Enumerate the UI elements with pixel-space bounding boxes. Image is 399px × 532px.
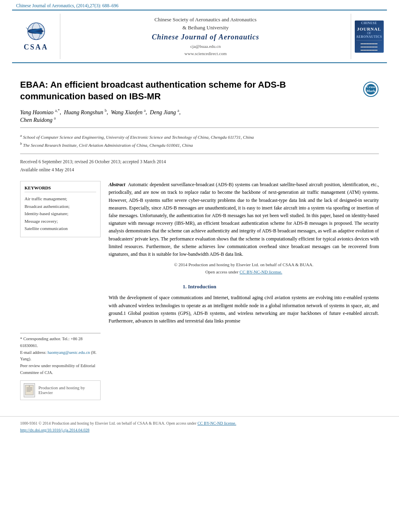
author-huang-sup: b xyxy=(105,108,107,113)
journal-title-header: Chinese Journal of Aeronautics xyxy=(152,33,259,41)
author-chen-sup: a xyxy=(54,116,56,120)
affiliations-list: a School of Computer Science and Enginee… xyxy=(20,133,379,149)
keywords-abstract-section: KEYWORDS Air traffic management; Broadca… xyxy=(20,181,379,275)
author-email-link[interactable]: haomyang@uestc.edu.cn xyxy=(47,350,90,355)
bottom-bar: 1000-9361 © 2014 Production and hosting … xyxy=(0,416,399,437)
author-wang: Wang Xiaofen xyxy=(111,109,142,115)
footnote-divider xyxy=(20,333,101,333)
affiliations-divider xyxy=(20,127,379,128)
article-title: EBAA: An efficient broadcast authenticat… xyxy=(20,79,334,102)
footnote-right-col xyxy=(107,333,379,400)
journal-citation-link[interactable]: Chinese Journal of Aeronautics, (2014),2… xyxy=(16,3,119,8)
svg-text:Cross: Cross xyxy=(366,85,375,89)
abstract-body: Automatic dependent surveillance-broadca… xyxy=(109,182,379,257)
dates-divider xyxy=(20,154,379,154)
keywords-box: KEYWORDS Air traffic management; Broadca… xyxy=(20,181,101,237)
journal-header: CSAA Chinese Society of Aeronautics and … xyxy=(12,10,387,63)
article-content: EBAA: An efficient broadcast authenticat… xyxy=(0,63,399,408)
elsevier-logo-icon: E xyxy=(24,383,35,397)
keyword-4: Message recovery; xyxy=(25,218,96,225)
introduction-section: With the development of space communicat… xyxy=(20,294,379,325)
csaa-plane-icon xyxy=(22,21,50,41)
author-chen: Chen Ruidong xyxy=(20,117,53,123)
crossmark-icon[interactable]: Cross Mark xyxy=(363,81,379,97)
badge-title: CHINESE xyxy=(361,21,377,25)
keyword-3: Identity-based signature; xyxy=(25,210,96,217)
abstract-text: Abstract Automatic dependent surveillanc… xyxy=(109,181,379,258)
footnote-area: * Corresponding author. Tel.: +86 28 618… xyxy=(20,333,379,400)
elsevier-text: Production and hosting by Elsevier xyxy=(38,385,97,395)
abstract-label: Abstract xyxy=(109,182,125,187)
author-yang: Yang Haomiao xyxy=(20,109,53,115)
badge-of-word: OF xyxy=(367,31,371,35)
journal-citation-bar: Chinese Journal of Aeronautics, (2014),2… xyxy=(0,0,399,10)
article-title-section: EBAA: An efficient broadcast authenticat… xyxy=(20,79,379,102)
abstract-column: Abstract Automatic dependent surveillanc… xyxy=(109,181,379,275)
cc-license-link[interactable]: CC BY-NC-ND license. xyxy=(240,269,282,274)
intro-left-footnotes xyxy=(20,294,101,325)
journal-badge-area: CHINESE JOURNAL OF AERONAUTICS ▬▬▬▬▬▬▬▬▬… xyxy=(351,14,387,59)
cc-bottom-link[interactable]: CC BY-NC-ND license. xyxy=(197,421,236,425)
affiliation-b: b The Second Research Institute, Civil A… xyxy=(20,141,379,149)
footnote-left-col: * Corresponding author. Tel.: +86 28 618… xyxy=(20,333,101,400)
affiliation-a: a School of Computer Science and Enginee… xyxy=(20,133,379,141)
dates-section: Received 6 September 2013; revised 26 Oc… xyxy=(20,158,379,174)
abstract-copyright: © 2014 Production and hosting by Elsevie… xyxy=(109,261,379,275)
corresponding-author-note: * Corresponding author. Tel.: +86 28 618… xyxy=(20,336,101,376)
author-deng-sup: a xyxy=(177,108,179,113)
badge-bottom-lines: ▬▬▬▬▬▬▬▬▬▬▬▬▬▬▬▬▬▬ xyxy=(356,40,382,51)
peer-review-note: Peer review under responsibility of Edit… xyxy=(20,364,95,375)
introduction-body: With the development of space communicat… xyxy=(109,294,379,325)
author-yang-sup: a,* xyxy=(55,108,60,113)
issn-copyright: 1000-9361 © 2014 Production and hosting … xyxy=(20,421,196,425)
badge-aeronautics: AERONAUTICS xyxy=(356,35,382,39)
journal-contact-links: cja@buaa.edu.cn www.sciencedirect.com xyxy=(185,43,227,57)
csaa-acronym: CSAA xyxy=(24,43,48,51)
csaa-logo: CSAA xyxy=(22,21,50,51)
received-date: Received 6 September 2013; revised 26 Oc… xyxy=(20,158,379,166)
introduction-section-title: 1. Introduction xyxy=(20,283,379,290)
author-huang: Huang Rongshun xyxy=(64,109,103,115)
keywords-title: KEYWORDS xyxy=(25,185,96,192)
keyword-5: Satellite communication xyxy=(25,225,96,232)
doi-link[interactable]: http://dx.doi.org/10.1016/j.cja.2014.04.… xyxy=(20,428,89,432)
keyword-1: Air traffic management; xyxy=(25,195,96,202)
society-name: Chinese Society of Aeronautics and Astro… xyxy=(154,16,257,31)
keyword-2: Broadcast authentication; xyxy=(25,203,96,210)
journal-badge: CHINESE JOURNAL OF AERONAUTICS ▬▬▬▬▬▬▬▬▬… xyxy=(355,21,384,53)
author-deng: Deng Jiang xyxy=(150,109,176,115)
author-wang-sup: a xyxy=(144,108,146,113)
authors-section: Yang Haomiao a,*, Huang Rongshun b, Wang… xyxy=(20,108,379,123)
keywords-column: KEYWORDS Air traffic management; Broadca… xyxy=(20,181,101,275)
elsevier-logo-box: E Production and hosting by Elsevier xyxy=(20,380,101,400)
csaa-logo-area: CSAA xyxy=(12,14,60,59)
journal-header-center: Chinese Society of Aeronautics and Astro… xyxy=(60,14,351,59)
badge-journal-word: JOURNAL xyxy=(357,27,381,31)
email-label: E-mail address: xyxy=(20,350,47,355)
available-date: Available online 4 May 2014 xyxy=(20,166,379,174)
svg-text:Mark: Mark xyxy=(366,89,375,93)
intro-right-text: With the development of space communicat… xyxy=(109,294,379,325)
svg-text:E: E xyxy=(29,385,30,387)
